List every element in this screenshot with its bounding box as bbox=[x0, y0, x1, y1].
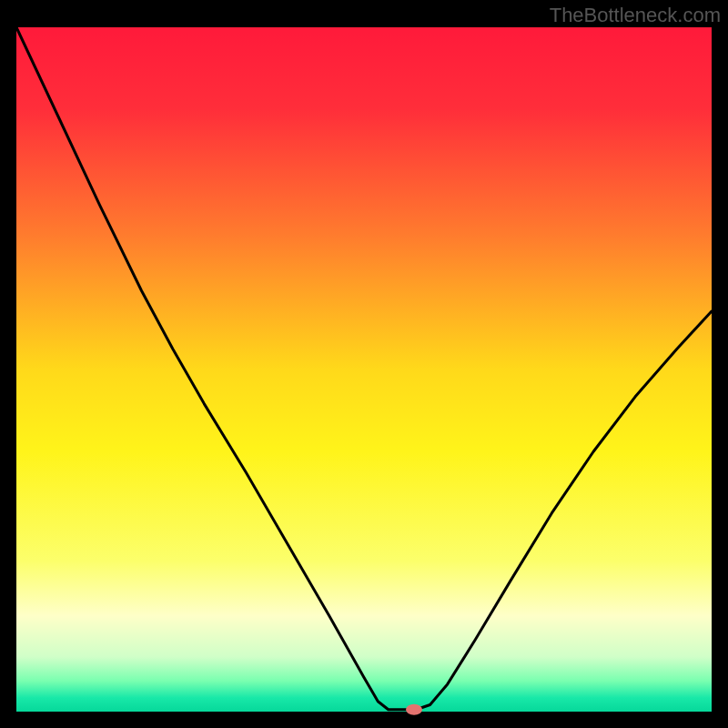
plot-background bbox=[16, 27, 712, 712]
watermark-text: TheBottleneck.com bbox=[550, 4, 721, 27]
chart-svg bbox=[0, 0, 728, 728]
optimal-marker bbox=[406, 704, 422, 715]
bottleneck-chart: TheBottleneck.com bbox=[0, 0, 728, 728]
